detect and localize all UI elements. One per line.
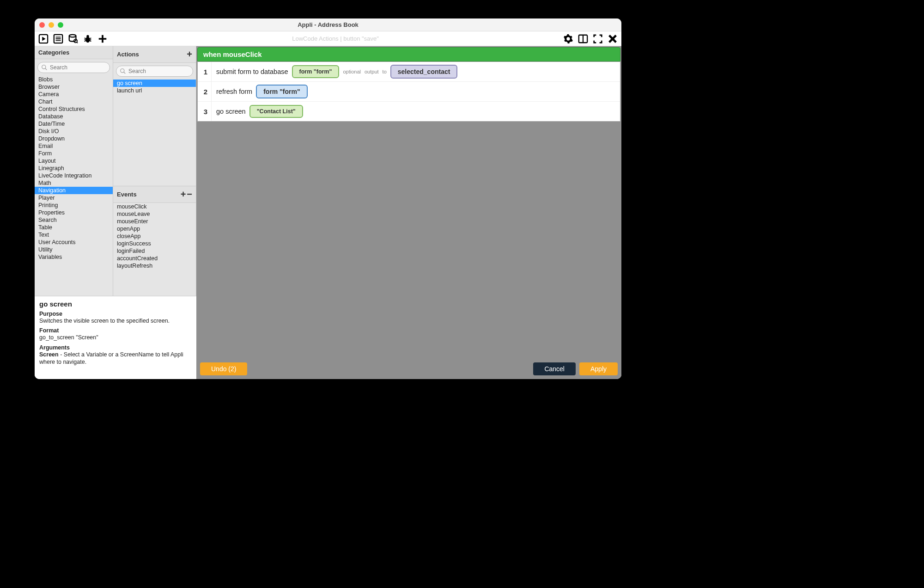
list-item[interactable]: closeApp [113, 233, 196, 240]
step-optional-text: output [365, 69, 379, 74]
list-item[interactable]: Date/Time [35, 120, 113, 128]
footer-bar: Undo (2) Cancel Apply [196, 359, 621, 379]
list-item[interactable]: Form [35, 150, 113, 157]
list-item[interactable]: Properties [35, 209, 113, 216]
split-view-icon[interactable] [578, 34, 588, 44]
list-item[interactable]: Browser [35, 83, 113, 91]
toolbar: LowCode Actions | button "save" [35, 31, 621, 46]
step-chip[interactable]: form "form" [256, 85, 307, 98]
svg-line-12 [90, 38, 91, 39]
close-window-icon[interactable] [39, 22, 45, 28]
list-item[interactable]: Blobs [35, 76, 113, 83]
categories-search-input[interactable] [37, 62, 110, 73]
play-icon[interactable] [38, 34, 49, 44]
actions-search-input[interactable] [116, 66, 193, 77]
svg-line-14 [90, 40, 91, 41]
list-item[interactable]: go screen [113, 80, 196, 87]
list-item[interactable]: loginFailed [113, 247, 196, 255]
list-item[interactable]: Email [35, 142, 113, 150]
close-icon[interactable] [608, 34, 618, 44]
list-item[interactable]: Printing [35, 202, 113, 209]
step-body: refresh formform "form" [212, 82, 312, 101]
list-item[interactable]: Search [35, 216, 113, 224]
list-item[interactable]: loginSuccess [113, 240, 196, 247]
remove-event-icon[interactable]: − [187, 189, 192, 200]
add-event-icon[interactable]: + [181, 189, 186, 200]
list-item[interactable]: Database [35, 113, 113, 120]
list-item[interactable]: Text [35, 231, 113, 239]
apply-button[interactable]: Apply [579, 362, 618, 375]
step-row[interactable]: 1submit form to databaseform "form"optio… [198, 62, 620, 82]
list-icon[interactable] [53, 34, 63, 44]
list-item[interactable]: Disk I/O [35, 128, 113, 135]
add-action-icon[interactable]: + [187, 49, 192, 60]
list-item[interactable]: Table [35, 224, 113, 231]
list-item[interactable]: Utility [35, 246, 113, 253]
step-chip[interactable]: selected_contact [390, 65, 458, 79]
svg-line-8 [77, 42, 78, 43]
step-row[interactable]: 2refresh formform "form" [198, 82, 620, 102]
step-body: submit form to databaseform "form"option… [212, 62, 462, 81]
list-item[interactable]: Layout [35, 157, 113, 165]
list-item[interactable]: Variables [35, 253, 113, 261]
svg-marker-1 [42, 37, 45, 41]
svg-point-9 [85, 37, 90, 43]
list-item[interactable]: mouseClick [113, 203, 196, 210]
list-item[interactable]: accountCreated [113, 255, 196, 262]
list-item[interactable]: layoutRefresh [113, 262, 196, 270]
bug-icon[interactable] [83, 34, 93, 44]
cancel-button[interactable]: Cancel [533, 362, 576, 375]
undo-button[interactable]: Undo (2) [200, 362, 247, 375]
actions-panel: Actions + go screenlaunch url Events + − [113, 46, 196, 296]
database-icon[interactable] [68, 34, 78, 44]
step-body: go screen"Contact List" [212, 102, 308, 121]
plus-icon[interactable] [97, 34, 108, 44]
list-item[interactable]: openApp [113, 225, 196, 233]
list-item[interactable]: Navigation [35, 187, 113, 194]
list-item[interactable]: User Accounts [35, 239, 113, 246]
step-number: 1 [198, 62, 212, 81]
list-item[interactable]: Linegraph [35, 165, 113, 172]
list-item[interactable]: Player [35, 194, 113, 202]
actions-header: Actions + [113, 46, 196, 63]
toolbar-subtitle: LowCode Actions | button "save" [108, 35, 563, 42]
svg-line-11 [85, 38, 86, 39]
flow-editor: when mouseClick 1submit form to database… [196, 46, 621, 379]
list-item[interactable]: mouseEnter [113, 218, 196, 225]
info-title: go screen [39, 300, 192, 308]
step-text: refresh form [216, 88, 252, 95]
list-item[interactable]: LiveCode Integration [35, 172, 113, 179]
minimize-window-icon[interactable] [49, 22, 54, 28]
events-list: mouseClickmouseLeavemouseEnteropenAppclo… [113, 203, 196, 296]
list-item[interactable]: Camera [35, 91, 113, 98]
step-optional-text: optional [343, 69, 361, 74]
svg-point-10 [86, 35, 89, 37]
list-item[interactable]: Dropdown [35, 135, 113, 142]
list-item[interactable]: Math [35, 179, 113, 187]
actions-list: go screenlaunch url [113, 80, 196, 186]
fullscreen-icon[interactable] [593, 34, 603, 44]
list-item[interactable]: Chart [35, 98, 113, 105]
titlebar: Appli - Address Book [35, 18, 621, 31]
event-block-header[interactable]: when mouseClick [197, 47, 620, 61]
list-item[interactable]: mouseLeave [113, 210, 196, 218]
app-window: Appli - Address Book LowCode Actions | b… [35, 18, 621, 379]
events-header: Events + − [113, 186, 196, 203]
list-item[interactable]: Control Structures [35, 105, 113, 113]
step-text: go screen [216, 108, 246, 115]
steps-list: 1submit form to databaseform "form"optio… [197, 61, 620, 122]
categories-header: Categories [35, 46, 113, 59]
info-panel: go screen Purpose Switches the visible s… [35, 296, 196, 379]
step-row[interactable]: 3go screen"Contact List" [198, 102, 620, 121]
svg-line-13 [85, 40, 86, 41]
step-text: submit form to database [216, 68, 288, 75]
step-number: 3 [198, 102, 212, 121]
categories-list: BlobsBrowserCameraChartControl Structure… [35, 76, 113, 296]
step-optional-text: to [383, 69, 387, 74]
gear-icon[interactable] [563, 34, 573, 44]
step-chip[interactable]: form "form" [292, 65, 340, 78]
svg-point-6 [69, 34, 76, 37]
maximize-window-icon[interactable] [58, 22, 63, 28]
step-chip[interactable]: "Contact List" [249, 105, 303, 118]
list-item[interactable]: launch url [113, 87, 196, 94]
